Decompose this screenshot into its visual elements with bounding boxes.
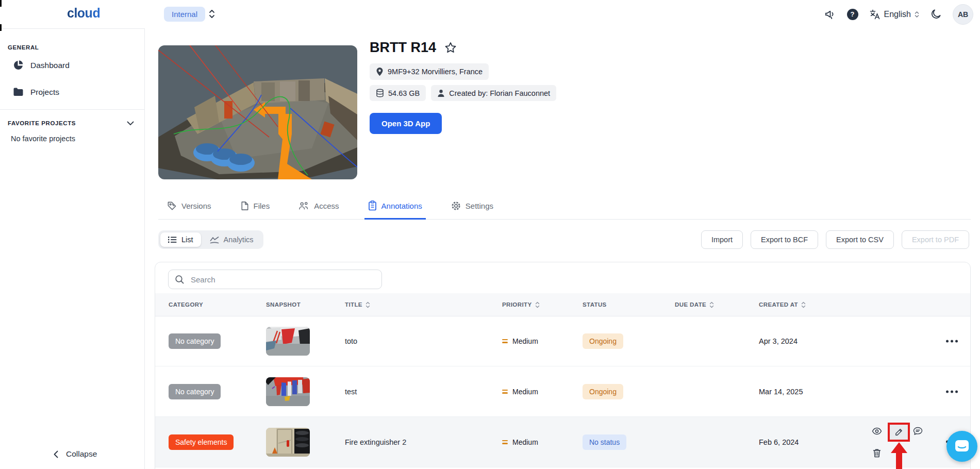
- column-header-priority[interactable]: PRIORITY: [502, 301, 583, 308]
- table-header: CATEGORY SNAPSHOT TITLE PRIORITY STATUS …: [155, 293, 970, 316]
- sort-icon: [366, 301, 370, 308]
- column-header-created-at[interactable]: CREATED AT: [759, 301, 853, 308]
- tab-files[interactable]: Files: [237, 193, 274, 220]
- created-at-cell: Apr 3, 2024: [759, 337, 853, 345]
- annotation-title: toto: [345, 337, 502, 345]
- annotation-snapshot: [266, 428, 310, 457]
- language-selector[interactable]: English: [869, 9, 919, 20]
- view-toggle-label: Analytics: [224, 236, 254, 244]
- screen-edge-artifact: [0, 0, 2, 7]
- favorite-star-icon[interactable]: [444, 42, 457, 54]
- import-button[interactable]: Import: [701, 230, 743, 249]
- status-badge: Ongoing: [583, 384, 623, 399]
- priority-cell: Medium: [502, 337, 583, 345]
- row-menu-button[interactable]: [946, 340, 958, 342]
- annotation-snapshot: [266, 327, 310, 356]
- location-pin-icon: [376, 67, 384, 76]
- column-header-snapshot: SNAPSHOT: [266, 301, 345, 308]
- database-icon: [376, 89, 384, 97]
- speech-bubble-icon: [913, 427, 923, 436]
- sidebar-section-favorites[interactable]: FAVORITE PROJECTS: [0, 110, 144, 126]
- tab-label: Annotations: [381, 202, 422, 210]
- collapse-label: Collapse: [66, 449, 97, 459]
- gear-icon: [451, 201, 461, 211]
- column-header-status: STATUS: [583, 301, 675, 308]
- tab-versions[interactable]: Versions: [163, 193, 215, 220]
- folder-icon: [13, 87, 24, 97]
- pie-chart-icon: [13, 60, 24, 71]
- annotation-red-arrow: [891, 442, 907, 469]
- annotation-title: test: [345, 388, 502, 396]
- dark-mode-moon-icon[interactable]: [930, 8, 942, 20]
- row-menu-button[interactable]: [946, 390, 958, 393]
- open-3d-app-button[interactable]: Open 3D App: [370, 113, 442, 134]
- chevron-left-icon: [54, 450, 58, 458]
- view-annotation-button[interactable]: [872, 427, 882, 435]
- chevron-down-icon: [127, 121, 134, 126]
- annotation-snapshot: [266, 377, 310, 406]
- eye-icon: [872, 427, 882, 435]
- collapse-sidebar-button[interactable]: Collapse: [54, 449, 97, 459]
- view-toggle: List Analytics: [158, 230, 263, 249]
- column-header-category: CATEGORY: [155, 301, 266, 308]
- tab-bar: Versions Files Access Annotations: [158, 193, 971, 220]
- tab-label: Versions: [181, 202, 211, 210]
- export-csv-button[interactable]: Export to CSV: [826, 230, 894, 249]
- export-bcf-button[interactable]: Export to BCF: [751, 230, 818, 249]
- tab-annotations[interactable]: Annotations: [364, 193, 426, 220]
- export-pdf-button[interactable]: Export to PDF: [902, 230, 969, 249]
- file-icon: [240, 201, 249, 211]
- table-row[interactable]: Safety elements: [155, 417, 970, 467]
- tab-label: Files: [254, 202, 270, 210]
- sidebar-item-dashboard[interactable]: Dashboard: [0, 55, 144, 76]
- created-by-badge: Created by: Florian Fauconnet: [431, 85, 556, 101]
- person-icon: [437, 89, 445, 97]
- table-row[interactable]: No category: [155, 366, 970, 417]
- sidebar-item-label: Projects: [30, 88, 59, 97]
- search-icon: [175, 275, 185, 284]
- translate-icon: [869, 9, 881, 20]
- analytics-chart-icon: [210, 236, 219, 244]
- announcements-megaphone-icon[interactable]: [824, 8, 836, 20]
- search-input[interactable]: [190, 275, 375, 284]
- user-avatar[interactable]: AB: [953, 4, 973, 25]
- people-icon: [298, 201, 309, 210]
- delete-annotation-button[interactable]: [873, 448, 881, 458]
- trash-icon: [873, 448, 881, 458]
- workspace-selector[interactable]: Internal: [164, 7, 205, 22]
- column-header-due-date[interactable]: DUE DATE: [675, 301, 759, 308]
- chat-icon: [954, 439, 970, 454]
- tab-access[interactable]: Access: [295, 193, 342, 220]
- tab-settings[interactable]: Settings: [447, 193, 497, 220]
- sidebar-item-projects[interactable]: Projects: [0, 82, 144, 102]
- chat-widget-button[interactable]: [946, 431, 977, 462]
- favorites-label: FAVORITE PROJECTS: [8, 120, 76, 126]
- priority-medium-icon: [502, 440, 508, 444]
- sort-icon: [709, 301, 714, 308]
- column-header-title[interactable]: TITLE: [345, 301, 502, 308]
- annotations-table-card: CATEGORY SNAPSHOT TITLE PRIORITY STATUS …: [155, 262, 971, 469]
- app-logo[interactable]: cloud: [67, 6, 100, 21]
- comment-annotation-button[interactable]: [913, 427, 923, 436]
- main-content: BRTT R14 9MF9+32 Morvilliers, France: [145, 28, 980, 469]
- sort-icon: [801, 301, 806, 308]
- edit-annotation-button-highlighted[interactable]: [888, 423, 910, 442]
- project-thumbnail[interactable]: [158, 45, 357, 179]
- priority-cell: Medium: [502, 438, 583, 446]
- help-icon[interactable]: ?: [847, 9, 858, 20]
- location-badge: 9MF9+32 Morvilliers, France: [370, 63, 489, 80]
- list-icon: [168, 236, 177, 243]
- tab-label: Access: [314, 202, 339, 210]
- table-row[interactable]: No category toto M: [155, 316, 970, 366]
- view-toggle-list[interactable]: List: [160, 232, 201, 247]
- project-title: BRTT R14: [370, 40, 436, 56]
- created-at-cell: Feb 6, 2024: [759, 438, 853, 446]
- category-badge: No category: [169, 384, 221, 399]
- location-text: 9MF9+32 Morvilliers, France: [388, 68, 483, 76]
- workspace-chevron-updown-icon[interactable]: [208, 9, 215, 19]
- view-toggle-analytics[interactable]: Analytics: [202, 232, 261, 247]
- category-badge: No category: [169, 333, 221, 349]
- storage-size-text: 54.63 GB: [388, 89, 420, 97]
- view-toggle-label: List: [181, 236, 193, 244]
- sidebar: GENERAL Dashboard Projects FAVORITE PROJ…: [0, 28, 145, 469]
